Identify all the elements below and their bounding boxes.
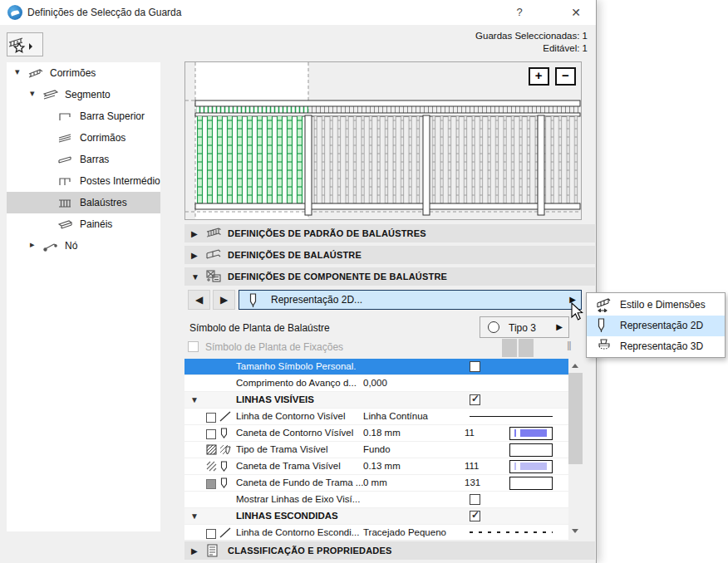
param-checkbox[interactable] — [470, 361, 480, 372]
swatch-tick — [514, 463, 516, 470]
sidebar-item-pain-is[interactable]: Painéis — [7, 213, 160, 235]
param-label: Tamanho Símbolo Personal. — [236, 361, 356, 371]
diagonal-line-icon — [219, 411, 231, 422]
table-row[interactable]: Tipo de Trama VisívelFundo — [184, 442, 568, 458]
param-label: Comprimento do Avanço d... — [236, 378, 357, 388]
collapse-icon[interactable]: ▼ — [190, 512, 199, 521]
param-value[interactable]: 0,000 — [363, 378, 387, 388]
sidebar-item-postes-interm-dios[interactable]: Postes Intermédios — [7, 170, 160, 192]
symbol-type-label: Tipo 3 — [509, 322, 536, 334]
sidebar-item-label: Segmento — [65, 89, 111, 100]
table-group-row[interactable]: ▼LINHAS ESCONDIDAS✓ — [184, 508, 568, 525]
collapse-icon: ▼ — [191, 272, 199, 282]
sidebar-item-corrim-os[interactable]: Corrimãos — [7, 127, 160, 149]
app-logo-icon — [7, 5, 22, 20]
sidebar-item-label: Corrimões — [50, 67, 96, 79]
group-label: LINHAS VISÍVEIS — [236, 394, 314, 404]
collapse-icon[interactable]: ▾ — [30, 88, 35, 99]
param-checkbox[interactable] — [470, 494, 480, 505]
expand-icon[interactable]: ▸ — [30, 239, 35, 250]
param-value[interactable]: Tracejado Pequeno — [363, 527, 446, 537]
brush-3d-icon — [596, 339, 611, 354]
scroll-up-button[interactable] — [568, 359, 583, 373]
sidebar-item-label: Barra Superior — [80, 110, 145, 122]
sidebar-item-corrim-es[interactable]: ▾Corrimões — [7, 62, 160, 84]
pen-color-swatch[interactable] — [509, 427, 553, 440]
param-label: Mostrar Linhas de Eixo Visí... — [236, 494, 360, 504]
scrollbar-thumb[interactable] — [568, 373, 583, 464]
sidebar-item-label: Corrimãos — [80, 132, 125, 144]
param-label: Caneta de Trama Visível — [236, 461, 341, 471]
table-row[interactable]: Caneta de Trama Visível0.13 mm111 — [184, 458, 568, 475]
component-prev-button[interactable]: ◀ — [188, 290, 210, 310]
param-value[interactable]: 0.18 mm — [363, 428, 401, 438]
editable-count-label: Editável: 1 — [475, 42, 588, 55]
pen-color-swatch[interactable] — [509, 477, 553, 490]
component-page-menu: Estilo e DimensõesRepresentação 2DRepres… — [586, 292, 726, 358]
table-row[interactable]: Caneta de Contorno Vísível0.18 mm11 — [184, 425, 568, 442]
sidebar-item-bala-stres[interactable]: Balaústres — [7, 192, 160, 213]
sidebar-item-label: Nó — [65, 240, 77, 252]
hatch-pen-icon — [219, 444, 231, 455]
pen-number: 11 — [465, 428, 475, 438]
param-checkbox[interactable]: ✓ — [470, 511, 480, 521]
param-value[interactable]: Linha Contínua — [363, 411, 428, 421]
component-page-selector[interactable]: Representação 2D... ▶ — [239, 290, 582, 310]
param-value[interactable]: 0 mm — [363, 477, 387, 487]
sidebar-item-n-[interactable]: ▸Nó — [7, 235, 160, 257]
component-next-button[interactable]: ▶ — [213, 290, 235, 310]
table-row[interactable]: Caneta de Fundo de Trama ...0 mm131 — [184, 475, 568, 492]
check-icon: ✓ — [471, 509, 480, 521]
param-checkbox[interactable]: ✓ — [470, 394, 480, 405]
favorites-button[interactable] — [7, 32, 43, 56]
pen-icon — [219, 477, 229, 489]
menu-item-representa-o-3d[interactable]: Representação 3D — [587, 336, 725, 357]
sidebar-item-label: Barras — [80, 154, 109, 165]
collapse-icon[interactable]: ▾ — [15, 66, 20, 77]
zoom-in-button[interactable]: + — [529, 67, 549, 86]
expand-icon: ▶ — [191, 251, 198, 260]
pen-2d-icon — [596, 318, 607, 333]
railing-preview[interactable]: + − — [184, 61, 582, 220]
menu-item-label: Estilo e Dimensões — [620, 299, 706, 311]
accordion-classification[interactable]: ▶ CLASSIFICAÇÃO E PROPRIEDADES — [184, 541, 595, 560]
menu-item-estilo-e-dimens-es[interactable]: Estilo e Dimensões — [587, 295, 725, 316]
window-title: Definições de Selecção da Guarda — [27, 7, 181, 18]
fixings-checkbox[interactable] — [188, 341, 199, 352]
sidebar-item-segmento[interactable]: ▾Segmento — [7, 84, 160, 105]
check-icon: ✓ — [471, 393, 480, 404]
param-value[interactable]: 0.13 mm — [363, 461, 401, 471]
sidebar-item-barras[interactable]: Barras — [7, 149, 160, 170]
table-group-row[interactable]: ▼LINHAS VISÍVEIS✓ — [184, 392, 568, 409]
pen-number: 111 — [465, 461, 479, 471]
symbol-type-button[interactable]: Tipo 3 ▶ — [480, 316, 569, 338]
close-button[interactable]: ✕ — [562, 0, 590, 25]
zoom-out-button[interactable]: − — [555, 67, 576, 86]
table-row[interactable]: Linha de Contorno VisívelLinha Contínua — [184, 409, 568, 425]
accordion-label: DEFINIÇÕES DE BALAÚSTRE — [228, 250, 362, 260]
sidebar-item-barra-superior[interactable]: Barra Superior — [7, 105, 160, 127]
table-row[interactable]: Tamanho Símbolo Personal. — [184, 359, 568, 375]
collapse-icon[interactable]: ▼ — [190, 395, 199, 404]
pen-color-swatch[interactable] — [509, 460, 553, 473]
accordion-baluster-component[interactable]: ▼ DEFINIÇÕES DE COMPONENTE DE BALAÚSTRE — [184, 267, 595, 286]
table-row[interactable]: Linha de Contorno Escondi...Tracejado Pe… — [184, 525, 568, 540]
pen-icon — [248, 293, 258, 308]
handrail-icon — [58, 132, 73, 144]
segment-icon — [43, 89, 58, 100]
symbol-align-right-button[interactable] — [519, 339, 534, 357]
scroll-down-button[interactable] — [568, 524, 583, 538]
table-row[interactable]: Mostrar Linhas de Eixo Visí... — [184, 492, 568, 508]
param-value[interactable]: Fundo — [363, 444, 391, 454]
square-icon — [206, 527, 216, 540]
selected-count-label: Guardas Seleccionadas: 1 — [475, 30, 588, 42]
menu-item-representa-o-2d[interactable]: Representação 2D — [587, 316, 725, 336]
pen-color-swatch[interactable] — [509, 443, 553, 457]
table-row[interactable]: Comprimento do Avanço d...0,000 — [184, 375, 568, 392]
parameter-table: Tamanho Símbolo Personal.Comprimento do … — [184, 359, 568, 540]
accordion-baluster-settings[interactable]: ▶ DEFINIÇÕES DE BALAÚSTRE — [184, 246, 595, 264]
symbol-align-left-button[interactable] — [502, 339, 517, 357]
table-scrollbar[interactable] — [568, 359, 583, 538]
help-button[interactable]: ? — [505, 0, 534, 25]
accordion-baluster-pattern[interactable]: ▶ DEFINIÇÕES DE PADRÃO DE BALAÚSTRES — [184, 224, 595, 242]
